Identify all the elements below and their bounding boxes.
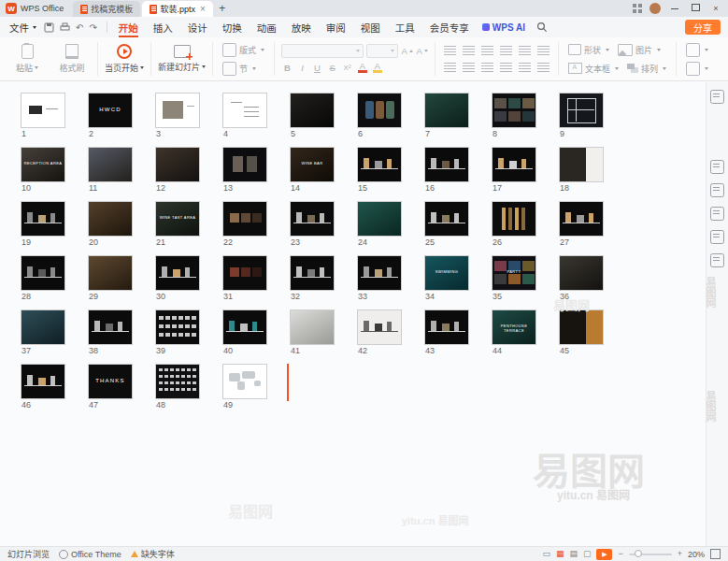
section-button[interactable]: 节 [220,61,267,77]
paste-button[interactable]: 粘贴 [8,39,46,79]
picture-button[interactable]: 图片 [615,42,664,58]
slide-thumbnail[interactable]: 30 [156,256,199,301]
icon-library-panel-icon[interactable] [710,183,724,197]
new-slide-button[interactable]: 新建幻灯片 [158,39,206,79]
zoom-level[interactable]: 20% [688,550,705,559]
font-color-button[interactable]: A [356,61,368,75]
undo-icon[interactable]: ↶ [76,22,83,33]
slide-thumbnail[interactable]: 1 [21,94,64,138]
font-family-select[interactable] [281,44,364,58]
save-icon[interactable] [44,22,54,33]
slide-thumbnail[interactable]: 7 [425,94,468,138]
slide-thumbnail[interactable]: SWIMMING34 [425,256,468,301]
slide-thumbnail[interactable]: 3 [156,94,199,138]
text-direction-button[interactable] [535,44,551,58]
slide-thumbnail[interactable]: 36 [560,256,603,301]
slide-thumbnail[interactable]: 20 [89,202,132,247]
slide-thumbnail[interactable]: 16 [425,148,468,193]
doc-tab[interactable]: 软装.pptx× [142,1,212,17]
paragraph-settings-button[interactable] [535,61,551,75]
slide-thumbnail[interactable]: RECEPTION AREA10 [21,148,64,193]
shrink-font-button[interactable]: A [416,44,428,58]
slide-thumbnail[interactable]: 33 [358,256,401,301]
zoom-slider-knob[interactable] [635,550,642,557]
play-from-current-button[interactable]: 当页开始 [105,39,144,79]
ribbon-tab-动画[interactable]: 动画 [250,17,284,37]
quick-styles-button[interactable] [683,42,711,58]
slide-thumbnail[interactable]: 28 [21,256,64,301]
zoom-out-button[interactable]: − [618,550,622,558]
slide-thumbnail[interactable]: 48 [156,365,199,410]
reading-view-button[interactable]: ▢ [583,550,592,558]
slide-thumbnail[interactable]: 37 [21,310,64,355]
notes-view-button[interactable]: ▤ [569,550,578,558]
redo-icon[interactable]: ↷ [89,22,96,33]
outdent-button[interactable] [479,44,495,58]
align-right-button[interactable] [479,61,495,75]
slide-thumbnail[interactable]: 25 [425,202,468,247]
theme-indicator[interactable]: Office Theme [59,550,121,559]
apps-grid-icon[interactable] [633,4,642,13]
new-tab-button[interactable]: + [215,1,230,16]
slide-thumbnail[interactable]: 12 [156,148,199,193]
slide-thumbnail[interactable]: 15 [358,148,401,193]
user-avatar[interactable] [649,3,661,14]
underline-button[interactable]: U [311,61,323,75]
slide-thumbnail[interactable]: 41 [291,310,334,355]
share-button[interactable]: 分享 [685,20,721,35]
qr-code-panel-icon[interactable] [710,230,724,244]
line-spacing-button[interactable] [517,44,533,58]
textbox-button[interactable]: 文本框 [565,61,621,77]
slide-thumbnail[interactable]: 45 [560,310,603,355]
slide-thumbnail[interactable]: 49 [223,365,266,410]
slide-thumbnail[interactable]: 40 [223,310,266,355]
slide-thumbnail[interactable]: 18 [560,148,603,193]
slide-sorter-view-button[interactable]: ▦ [556,550,564,558]
missing-font-warning[interactable]: 缺失字体 [131,548,175,560]
slide-sorter-canvas[interactable]: 1HWCD23456789RECEPTION AREA10111213WINE … [0,82,706,546]
align-left-button[interactable] [442,61,458,75]
slide-thumbnail[interactable]: 11 [89,148,132,193]
zoom-in-button[interactable]: + [678,550,682,558]
doc-assistant-panel-icon[interactable] [710,90,724,104]
slide-thumbnail[interactable]: 38 [89,310,132,355]
wps-ai-button[interactable]: WPS AI [477,22,531,33]
grow-font-button[interactable]: A [401,44,413,58]
columns-button[interactable] [517,61,533,75]
format-painter-button[interactable]: 格式刷 [53,39,91,79]
indent-button[interactable] [498,44,514,58]
chart-panel-icon[interactable] [710,207,724,221]
slide-thumbnail[interactable]: 29 [89,256,132,301]
superscript-button[interactable]: X² [341,61,353,75]
slide-thumbnail[interactable]: WINE BAR14 [291,148,334,193]
highlight-color-button[interactable]: A [371,61,383,75]
slide-thumbnail[interactable]: THANKS47 [89,365,132,410]
normal-view-button[interactable]: ▭ [542,550,550,558]
slide-thumbnail[interactable]: 13 [223,148,266,193]
ribbon-tab-会员专享[interactable]: 会员专享 [422,17,477,37]
italic-button[interactable]: I [296,61,308,75]
zoom-slider[interactable] [629,554,672,555]
ribbon-tab-视图[interactable]: 视图 [353,17,388,37]
slide-thumbnail[interactable]: 6 [358,94,401,138]
ribbon-tab-插入[interactable]: 插入 [146,17,180,37]
slide-thumbnail[interactable]: 24 [358,202,401,247]
more-panels-icon[interactable] [710,253,724,267]
fit-to-window-icon[interactable] [710,549,721,559]
slide-thumbnail[interactable]: 31 [223,256,266,301]
resource-library-panel-icon[interactable] [710,160,724,174]
slide-thumbnail[interactable]: 4 [223,94,266,138]
more-tools-button[interactable] [683,61,711,77]
slide-thumbnail[interactable]: PARTY35 [492,256,535,301]
slideshow-play-button[interactable]: ▶ [596,549,612,560]
bullets-button[interactable] [442,44,458,58]
numbering-button[interactable] [461,44,477,58]
close-button[interactable]: × [709,4,722,13]
strikethrough-button[interactable]: S [326,61,338,75]
slide-thumbnail[interactable]: WINE TAST AREA21 [156,202,199,247]
search-icon[interactable] [536,22,548,33]
ribbon-tab-审阅[interactable]: 审阅 [319,17,353,37]
slide-thumbnail[interactable]: 32 [291,256,334,301]
slide-thumbnail[interactable]: PENTHOUSE TERRACE44 [492,310,535,355]
slide-thumbnail[interactable]: HWCD2 [89,94,132,138]
